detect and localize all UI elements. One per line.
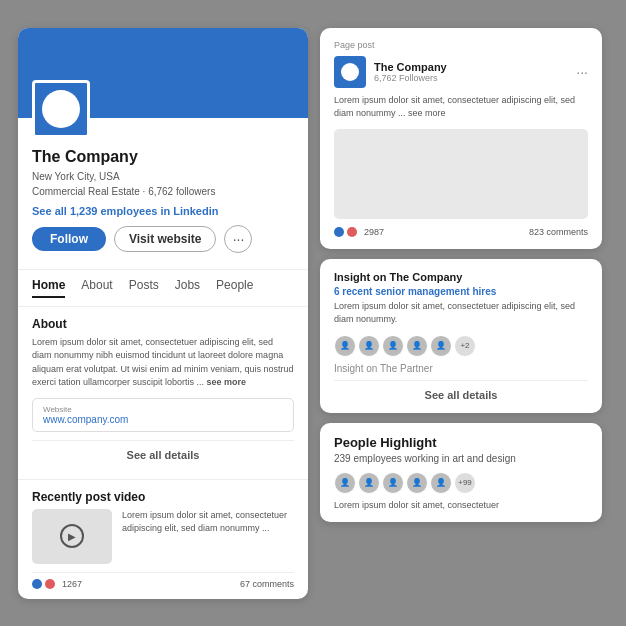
cover-area — [18, 28, 308, 118]
comments-count: 67 comments — [240, 579, 294, 589]
nav-tabs: Home About Posts Jobs People — [18, 269, 308, 307]
post-image — [334, 129, 588, 219]
people-avatar-3: 👤 — [382, 472, 404, 494]
post-text: Lorem ipsum dolor sit amet, consectetuer… — [334, 94, 588, 121]
people-avatar-5: 👤 — [430, 472, 452, 494]
insight-text: Lorem ipsum dolor sit amet, consectetuer… — [334, 300, 588, 327]
avatar-1: 👤 — [334, 335, 356, 357]
insight-title: Insight on The Company — [334, 271, 588, 283]
post-company-name: The Company — [374, 61, 447, 73]
post-logo-row: The Company 6,762 Followers — [334, 56, 447, 88]
reaction-dots: 1267 — [32, 579, 82, 589]
post-header: The Company 6,762 Followers ··· — [334, 56, 588, 88]
partner-label: Insight on The Partner — [334, 363, 588, 374]
likes-count: 1267 — [62, 579, 82, 589]
insight-avatars: 👤 👤 👤 👤 👤 +2 — [334, 335, 588, 357]
insight-subtitle: 6 recent senior management hires — [334, 286, 588, 297]
tab-people[interactable]: People — [216, 278, 253, 298]
company-meta-line2: Commercial Real Estate · 6,762 followers — [32, 184, 294, 199]
tab-posts[interactable]: Posts — [129, 278, 159, 298]
avatar-2: 👤 — [358, 335, 380, 357]
people-highlight-card: People Highlight 239 employees working i… — [320, 423, 602, 522]
company-name: The Company — [32, 148, 294, 166]
company-meta-line1: New York City, USA — [32, 169, 294, 184]
post-company-logo — [334, 56, 366, 88]
avatar-4: 👤 — [406, 335, 428, 357]
website-url[interactable]: www.company.com — [43, 414, 283, 425]
follow-button[interactable]: Follow — [32, 227, 106, 251]
left-panel: The Company New York City, USA Commercia… — [18, 28, 308, 599]
right-panel: Page post The Company 6,762 Followers ··… — [320, 28, 602, 599]
post-comments-count: 823 comments — [529, 227, 588, 237]
avatar-extra: +2 — [454, 335, 476, 357]
about-title: About — [32, 317, 294, 331]
post-logo-circle — [341, 63, 359, 81]
company-logo — [32, 80, 90, 138]
see-all-details-left[interactable]: See all details — [32, 440, 294, 469]
see-more-about[interactable]: see more — [207, 377, 247, 387]
visit-button[interactable]: Visit website — [114, 226, 216, 252]
more-button[interactable]: ··· — [224, 225, 252, 253]
page-post-label: Page post — [334, 40, 588, 50]
avatar-5: 👤 — [430, 335, 452, 357]
people-avatar-extra: +99 — [454, 472, 476, 494]
post-company-info: The Company 6,762 Followers — [374, 61, 447, 83]
post-dot-blue — [334, 227, 344, 237]
reaction-dot-red — [45, 579, 55, 589]
video-section: Recently post video ▶ Lorem ipsum dolor … — [18, 479, 308, 599]
post-likes-count: 2987 — [364, 227, 384, 237]
logo-circle — [42, 90, 80, 128]
people-avatar-4: 👤 — [406, 472, 428, 494]
about-section: About Lorem ipsum dolor sit amet, consec… — [18, 307, 308, 479]
post-more-button[interactable]: ··· — [576, 64, 588, 80]
video-title: Recently post video — [32, 490, 294, 504]
action-buttons: Follow Visit website ··· — [32, 225, 294, 253]
people-avatar-1: 👤 — [334, 472, 356, 494]
avatar-3: 👤 — [382, 335, 404, 357]
see-all-insight[interactable]: See all details — [334, 380, 588, 401]
insight-card: Insight on The Company 6 recent senior m… — [320, 259, 602, 413]
page-post-card: Page post The Company 6,762 Followers ··… — [320, 28, 602, 249]
profile-info: The Company New York City, USA Commercia… — [18, 118, 308, 263]
post-dot-red — [347, 227, 357, 237]
website-box: Website www.company.com — [32, 398, 294, 432]
post-reaction-dots: 2987 — [334, 227, 384, 237]
play-icon: ▶ — [60, 524, 84, 548]
reaction-dot-blue — [32, 579, 42, 589]
video-row: ▶ Lorem ipsum dolor sit amet, consectetu… — [32, 509, 294, 564]
tab-about[interactable]: About — [81, 278, 112, 298]
people-text: Lorem ipsum dolor sit amet, consectetuer — [334, 500, 588, 510]
post-stats: 2987 823 comments — [334, 227, 588, 237]
about-text: Lorem ipsum dolor sit amet, consectetuer… — [32, 336, 294, 390]
people-title: People Highlight — [334, 435, 588, 450]
video-thumbnail[interactable]: ▶ — [32, 509, 112, 564]
tab-home[interactable]: Home — [32, 278, 65, 298]
people-avatars: 👤 👤 👤 👤 👤 +99 — [334, 472, 588, 494]
video-text: Lorem ipsum dolor sit amet, consectetuer… — [122, 509, 294, 536]
tab-jobs[interactable]: Jobs — [175, 278, 200, 298]
more-icon: ··· — [233, 231, 245, 247]
employees-link[interactable]: See all 1,239 employees in Linkedin — [32, 205, 294, 217]
video-stats: 1267 67 comments — [32, 572, 294, 589]
people-subtitle: 239 employees working in art and design — [334, 453, 588, 464]
website-label: Website — [43, 405, 283, 414]
people-avatar-2: 👤 — [358, 472, 380, 494]
post-followers: 6,762 Followers — [374, 73, 447, 83]
